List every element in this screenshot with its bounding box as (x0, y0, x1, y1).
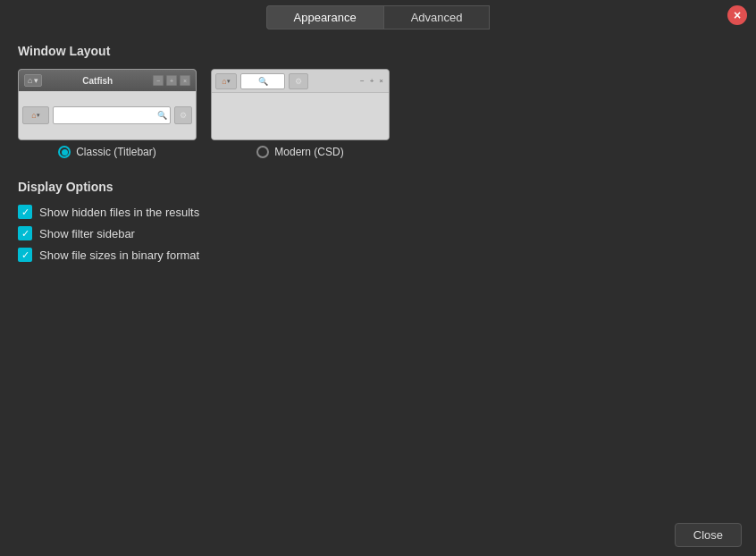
modern-titlebar: ⌂ ▾ 🔍 ⚙ − + × (212, 70, 389, 93)
classic-preview: ⌂ ▾ Catfish − + × ⌂ ▾ (18, 69, 197, 140)
bottom-bar: Close (660, 514, 756, 556)
main-content: Window Layout ⌂ ▾ Catfish − + × (0, 29, 756, 283)
layout-option-classic[interactable]: ⌂ ▾ Catfish − + × ⌂ ▾ (18, 69, 197, 158)
modern-search-box: 🔍 (240, 73, 285, 89)
tab-appearance[interactable]: Appearance (266, 5, 383, 29)
modern-body (212, 93, 389, 139)
checkbox-hidden-files-label: Show hidden files in the results (39, 206, 199, 219)
tab-advanced[interactable]: Advanced (383, 5, 491, 29)
tab-bar: Appearance Advanced × (0, 0, 756, 29)
window-close-button[interactable]: × (727, 5, 747, 25)
checkbox-hidden-files-icon: ✓ (18, 205, 32, 219)
classic-radio-option[interactable]: Classic (Titlebar) (58, 146, 156, 158)
modern-home-btn: ⌂ ▾ (215, 73, 237, 89)
modern-close: × (377, 76, 385, 86)
classic-home-btn: ⌂ ▾ (22, 106, 49, 124)
classic-search-field: 🔍 (53, 106, 171, 124)
close-btn: × (180, 75, 190, 86)
layout-option-modern[interactable]: ⌂ ▾ 🔍 ⚙ − + × Modern (CSD (211, 69, 390, 158)
classic-radio-dot (58, 146, 71, 158)
checkbox-hidden-files[interactable]: ✓ Show hidden files in the results (18, 205, 738, 219)
modern-home-arrow: ▾ (227, 78, 231, 85)
modern-radio-dot (256, 146, 269, 158)
dropdown-arrow: ▾ (34, 76, 38, 85)
checkbox-filter-sidebar[interactable]: ✓ Show filter sidebar (18, 226, 738, 240)
classic-title: Catfish (46, 76, 149, 86)
modern-minimize: − (358, 76, 366, 86)
classic-home-arrow: ▾ (37, 112, 40, 119)
modern-gear-btn: ⚙ (289, 73, 308, 89)
classic-dropdown: ⌂ ▾ (24, 74, 42, 87)
classic-controls: − + × (153, 75, 190, 86)
close-button[interactable]: Close (675, 523, 742, 547)
checkbox-binary-sizes-icon: ✓ (18, 248, 32, 262)
modern-label: Modern (CSD) (274, 146, 343, 158)
window-layout-title: Window Layout (18, 44, 738, 58)
modern-maximize: + (368, 76, 376, 86)
classic-titlebar: ⌂ ▾ Catfish − + × (19, 70, 196, 91)
search-icon: 🔍 (157, 111, 167, 120)
layout-options: ⌂ ▾ Catfish − + × ⌂ ▾ (18, 69, 738, 158)
checkbox-binary-sizes[interactable]: ✓ Show file sizes in binary format (18, 248, 738, 262)
checkbox-binary-sizes-label: Show file sizes in binary format (39, 249, 199, 262)
modern-window-controls: − + × (358, 76, 385, 86)
classic-gear-btn: ⚙ (174, 106, 192, 124)
modern-preview: ⌂ ▾ 🔍 ⚙ − + × (211, 69, 390, 140)
minimize-btn: − (153, 75, 164, 86)
modern-search-icon: 🔍 (258, 77, 268, 86)
checkbox-filter-sidebar-label: Show filter sidebar (39, 227, 135, 240)
classic-label: Classic (Titlebar) (76, 146, 156, 158)
checkbox-filter-sidebar-icon: ✓ (18, 226, 32, 240)
maximize-btn: + (166, 75, 177, 86)
classic-body: ⌂ ▾ 🔍 ⚙ (19, 91, 196, 139)
display-options-title: Display Options (18, 180, 738, 194)
home-icon: ⌂ (28, 76, 32, 85)
modern-radio-option[interactable]: Modern (CSD) (256, 146, 343, 158)
display-options-section: Display Options ✓ Show hidden files in t… (18, 180, 738, 262)
